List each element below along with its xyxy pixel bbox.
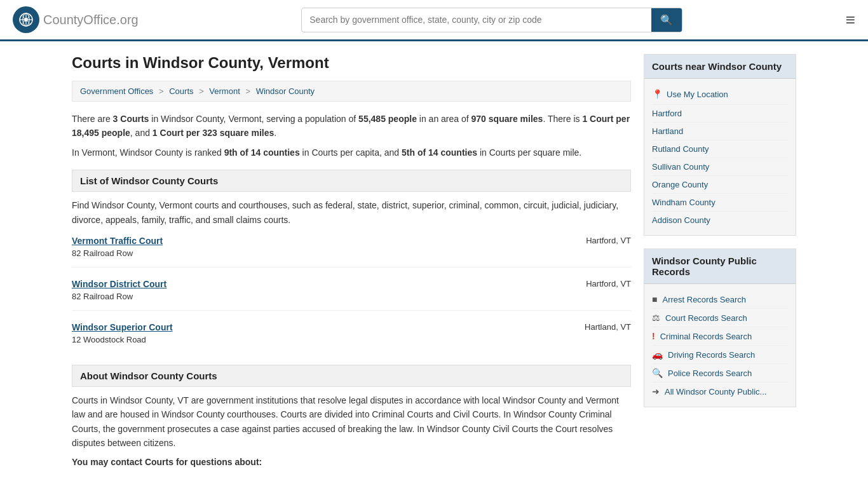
search-button[interactable]: 🔍	[651, 8, 682, 32]
use-my-location[interactable]: 📍 Use My Location	[652, 85, 788, 105]
logo-area: CountyOffice.org	[13, 6, 139, 33]
court-name-2[interactable]: Windsor District Court	[72, 279, 166, 289]
about-section-header: About Windsor County Courts	[72, 365, 631, 387]
driving-icon: 🚗	[652, 349, 663, 360]
sidebar-item-sullivan[interactable]: Sullivan County	[652, 158, 788, 176]
search-input[interactable]	[302, 10, 651, 30]
breadcrumb-gov-offices[interactable]: Government Offices	[80, 86, 153, 96]
breadcrumb-sep1: >	[159, 86, 164, 96]
courts-list: Vermont Traffic Court 82 Railroad Row Ha…	[72, 236, 631, 353]
main-content: Courts in Windsor County, Vermont Govern…	[72, 54, 631, 467]
court-records-icon: ⚖	[652, 313, 660, 323]
sidebar-record-police[interactable]: 🔍 Police Records Search	[652, 364, 788, 383]
list-section-desc: Find Windsor County, Vermont courts and …	[72, 198, 631, 227]
menu-icon[interactable]: ≡	[846, 10, 855, 30]
list-section-header: List of Windsor County Courts	[72, 170, 631, 192]
public-records-title: Windsor County Public Records	[644, 249, 796, 284]
court-item: Windsor District Court 82 Railroad Row H…	[72, 279, 631, 311]
all-records-icon: ➜	[652, 386, 660, 396]
court-name-1[interactable]: Vermont Traffic Court	[72, 236, 163, 246]
nearby-courts-box: Courts near Windsor County 📍 Use My Loca…	[644, 54, 796, 236]
about-text: Courts in Windsor County, VT are governm…	[72, 393, 631, 451]
sidebar-record-criminal[interactable]: ! Criminal Records Search	[652, 327, 788, 346]
content-wrapper: Courts in Windsor County, Vermont Govern…	[59, 41, 809, 480]
court-item: Vermont Traffic Court 82 Railroad Row Ha…	[72, 236, 631, 268]
court-address-3: 12 Woodstock Road	[72, 335, 173, 344]
sidebar-item-windham[interactable]: Windham County	[652, 194, 788, 212]
court-name-3[interactable]: Windsor Superior Court	[72, 322, 173, 332]
court-row: Vermont Traffic Court 82 Railroad Row Ha…	[72, 236, 631, 258]
sidebar-item-rutland[interactable]: Rutland County	[652, 140, 788, 158]
intro-text: There are 3 Courts in Windsor County, Ve…	[72, 112, 631, 159]
breadcrumb-vermont[interactable]: Vermont	[209, 86, 240, 96]
court-details: Windsor Superior Court 12 Woodstock Road	[72, 322, 173, 344]
police-icon: 🔍	[652, 368, 663, 378]
sidebar-record-driving[interactable]: 🚗 Driving Records Search	[652, 346, 788, 364]
breadcrumb-sep3: >	[245, 86, 250, 96]
sidebar-record-arrest[interactable]: ■ Arrest Records Search	[652, 290, 788, 309]
logo-text: CountyOffice.org	[43, 13, 139, 27]
sidebar-record-court[interactable]: ⚖ Court Records Search	[652, 309, 788, 327]
header: CountyOffice.org 🔍 ≡	[0, 0, 868, 41]
page-title: Courts in Windsor County, Vermont	[72, 54, 631, 72]
public-records-box: Windsor County Public Records ■ Arrest R…	[644, 248, 796, 407]
sidebar-record-all[interactable]: ➜ All Windsor County Public...	[652, 383, 788, 400]
court-item: Windsor Superior Court 12 Woodstock Road…	[72, 322, 631, 353]
public-records-content: ■ Arrest Records Search ⚖ Court Records …	[644, 284, 796, 407]
court-address-1: 82 Railroad Row	[72, 248, 163, 258]
breadcrumb: Government Offices > Courts > Vermont > …	[72, 81, 631, 102]
criminal-icon: !	[652, 331, 655, 341]
court-address-2: 82 Railroad Row	[72, 292, 166, 301]
search-area: 🔍	[301, 8, 682, 32]
location-icon: 📍	[652, 89, 663, 99]
nearby-courts-title: Courts near Windsor County	[644, 55, 796, 79]
arrest-icon: ■	[652, 294, 657, 304]
sidebar-item-orange[interactable]: Orange County	[652, 176, 788, 194]
court-location-2: Hartford, VT	[586, 279, 631, 288]
breadcrumb-sep2: >	[199, 86, 204, 96]
sidebar-item-addison[interactable]: Addison County	[652, 212, 788, 229]
contact-label: You may contact Courts for questions abo…	[72, 457, 631, 467]
court-location-3: Hartland, VT	[585, 322, 631, 332]
court-details: Vermont Traffic Court 82 Railroad Row	[72, 236, 163, 258]
court-details: Windsor District Court 82 Railroad Row	[72, 279, 166, 301]
nearby-courts-content: 📍 Use My Location Hartford Hartland Rutl…	[644, 79, 796, 235]
court-location-1: Hartford, VT	[586, 236, 631, 245]
sidebar: Courts near Windsor County 📍 Use My Loca…	[644, 54, 796, 467]
breadcrumb-windsor-county[interactable]: Windsor County	[256, 86, 315, 96]
breadcrumb-courts[interactable]: Courts	[169, 86, 193, 96]
court-row: Windsor District Court 82 Railroad Row H…	[72, 279, 631, 301]
sidebar-item-hartford[interactable]: Hartford	[652, 105, 788, 123]
logo-icon	[13, 6, 39, 33]
court-row: Windsor Superior Court 12 Woodstock Road…	[72, 322, 631, 344]
sidebar-item-hartland[interactable]: Hartland	[652, 123, 788, 140]
